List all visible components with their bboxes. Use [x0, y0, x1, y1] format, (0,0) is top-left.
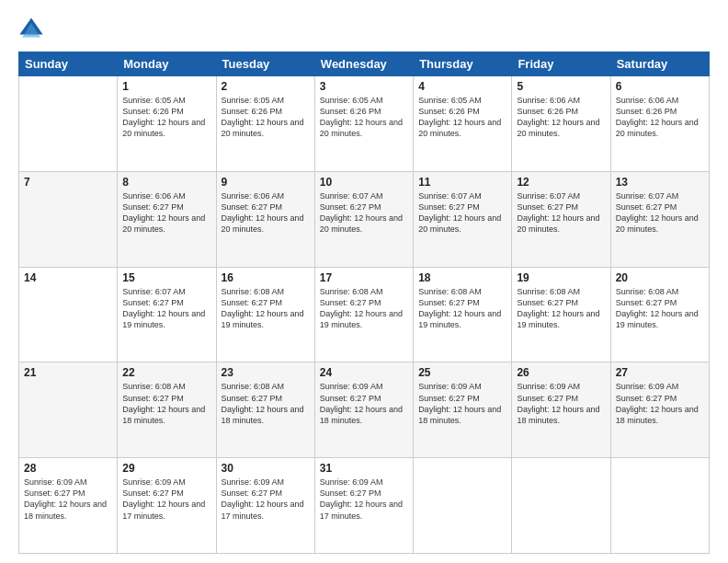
- calendar-cell: 15Sunrise: 6:07 AMSunset: 6:27 PMDayligh…: [118, 267, 216, 362]
- day-number: 20: [616, 271, 704, 284]
- day-info: Sunrise: 6:08 AMSunset: 6:27 PMDaylight:…: [320, 286, 408, 331]
- calendar-cell: 22Sunrise: 6:08 AMSunset: 6:27 PMDayligh…: [118, 362, 216, 458]
- calendar-cell: 25Sunrise: 6:09 AMSunset: 6:27 PMDayligh…: [414, 362, 512, 458]
- calendar-cell: 26Sunrise: 6:09 AMSunset: 6:27 PMDayligh…: [512, 362, 610, 458]
- calendar-cell: 3Sunrise: 6:05 AMSunset: 6:26 PMDaylight…: [314, 76, 413, 172]
- day-number: 4: [418, 80, 506, 93]
- day-number: 25: [418, 366, 506, 379]
- day-number: 29: [122, 462, 210, 475]
- calendar-cell: 12Sunrise: 6:07 AMSunset: 6:27 PMDayligh…: [512, 171, 610, 267]
- day-info: Sunrise: 6:09 AMSunset: 6:27 PMDaylight:…: [222, 477, 310, 522]
- calendar-cell: [414, 458, 512, 554]
- calendar-header-sunday: Sunday: [19, 52, 118, 76]
- calendar-cell: 14: [19, 267, 118, 362]
- logo-icon: [18, 17, 44, 42]
- day-number: 27: [616, 366, 704, 379]
- day-number: 28: [24, 462, 112, 475]
- calendar-cell: 7: [19, 171, 118, 267]
- day-number: 15: [122, 271, 210, 284]
- day-info: Sunrise: 6:08 AMSunset: 6:27 PMDaylight:…: [222, 286, 310, 331]
- calendar-week-1: 1Sunrise: 6:05 AMSunset: 6:26 PMDaylight…: [19, 76, 710, 172]
- day-number: 23: [222, 366, 310, 379]
- day-number: 31: [320, 462, 408, 475]
- calendar-cell: 29Sunrise: 6:09 AMSunset: 6:27 PMDayligh…: [118, 458, 216, 554]
- day-info: Sunrise: 6:09 AMSunset: 6:27 PMDaylight:…: [320, 381, 408, 426]
- day-number: 16: [222, 271, 310, 284]
- calendar-cell: 9Sunrise: 6:06 AMSunset: 6:27 PMDaylight…: [216, 171, 314, 267]
- day-number: 2: [222, 80, 310, 93]
- day-number: 13: [616, 176, 704, 189]
- calendar-week-2: 78Sunrise: 6:06 AMSunset: 6:27 PMDayligh…: [19, 171, 710, 267]
- calendar-cell: 20Sunrise: 6:08 AMSunset: 6:27 PMDayligh…: [610, 267, 709, 362]
- day-info: Sunrise: 6:08 AMSunset: 6:27 PMDaylight:…: [122, 381, 210, 426]
- day-info: Sunrise: 6:06 AMSunset: 6:27 PMDaylight:…: [122, 190, 210, 236]
- day-info: Sunrise: 6:09 AMSunset: 6:27 PMDaylight:…: [616, 381, 704, 426]
- calendar-header-tuesday: Tuesday: [216, 52, 314, 76]
- calendar-cell: [512, 458, 610, 554]
- calendar-week-3: 1415Sunrise: 6:07 AMSunset: 6:27 PMDayli…: [19, 267, 710, 362]
- day-info: Sunrise: 6:06 AMSunset: 6:26 PMDaylight:…: [517, 95, 605, 140]
- calendar-cell: 2Sunrise: 6:05 AMSunset: 6:26 PMDaylight…: [216, 76, 314, 172]
- day-info: Sunrise: 6:07 AMSunset: 6:27 PMDaylight:…: [517, 190, 605, 236]
- calendar-header-monday: Monday: [118, 52, 216, 76]
- calendar-cell: 23Sunrise: 6:08 AMSunset: 6:27 PMDayligh…: [216, 362, 314, 458]
- day-info: Sunrise: 6:09 AMSunset: 6:27 PMDaylight:…: [418, 381, 506, 426]
- calendar-cell: 1Sunrise: 6:05 AMSunset: 6:26 PMDaylight…: [118, 76, 216, 172]
- day-info: Sunrise: 6:08 AMSunset: 6:27 PMDaylight:…: [222, 381, 310, 426]
- calendar-cell: 6Sunrise: 6:06 AMSunset: 6:26 PMDaylight…: [610, 76, 709, 172]
- day-number: 9: [222, 176, 310, 189]
- day-number: 8: [122, 176, 210, 189]
- day-number: 21: [24, 366, 112, 379]
- day-number: 3: [320, 80, 408, 93]
- day-info: Sunrise: 6:05 AMSunset: 6:26 PMDaylight:…: [222, 95, 310, 140]
- day-info: Sunrise: 6:05 AMSunset: 6:26 PMDaylight:…: [418, 95, 506, 140]
- calendar-header-wednesday: Wednesday: [314, 52, 413, 76]
- calendar-cell: 11Sunrise: 6:07 AMSunset: 6:27 PMDayligh…: [414, 171, 512, 267]
- day-number: 5: [517, 80, 605, 93]
- day-number: 12: [517, 176, 605, 189]
- calendar-cell: [610, 458, 709, 554]
- calendar-cell: 16Sunrise: 6:08 AMSunset: 6:27 PMDayligh…: [216, 267, 314, 362]
- calendar-cell: 10Sunrise: 6:07 AMSunset: 6:27 PMDayligh…: [314, 171, 413, 267]
- calendar-cell: 31Sunrise: 6:09 AMSunset: 6:27 PMDayligh…: [314, 458, 413, 554]
- day-number: 24: [320, 366, 408, 379]
- calendar-cell: 4Sunrise: 6:05 AMSunset: 6:26 PMDaylight…: [414, 76, 512, 172]
- day-number: 18: [418, 271, 506, 284]
- day-info: Sunrise: 6:05 AMSunset: 6:26 PMDaylight:…: [320, 95, 408, 140]
- calendar-cell: 27Sunrise: 6:09 AMSunset: 6:27 PMDayligh…: [610, 362, 709, 458]
- day-number: 11: [418, 176, 506, 189]
- calendar-cell: 5Sunrise: 6:06 AMSunset: 6:26 PMDaylight…: [512, 76, 610, 172]
- calendar-header-thursday: Thursday: [414, 52, 512, 76]
- day-info: Sunrise: 6:06 AMSunset: 6:26 PMDaylight:…: [616, 95, 704, 140]
- day-number: 6: [616, 80, 704, 93]
- day-info: Sunrise: 6:08 AMSunset: 6:27 PMDaylight:…: [616, 286, 704, 331]
- calendar-week-4: 2122Sunrise: 6:08 AMSunset: 6:27 PMDayli…: [19, 362, 710, 458]
- calendar-cell: 30Sunrise: 6:09 AMSunset: 6:27 PMDayligh…: [216, 458, 314, 554]
- page: SundayMondayTuesdayWednesdayThursdayFrid…: [0, 0, 728, 563]
- calendar-cell: 28Sunrise: 6:09 AMSunset: 6:27 PMDayligh…: [19, 458, 118, 554]
- calendar-cell: 24Sunrise: 6:09 AMSunset: 6:27 PMDayligh…: [314, 362, 413, 458]
- day-info: Sunrise: 6:09 AMSunset: 6:27 PMDaylight:…: [24, 477, 112, 522]
- calendar-cell: 13Sunrise: 6:07 AMSunset: 6:27 PMDayligh…: [610, 171, 709, 267]
- day-number: 14: [24, 271, 112, 284]
- day-info: Sunrise: 6:07 AMSunset: 6:27 PMDaylight:…: [122, 286, 210, 331]
- day-info: Sunrise: 6:07 AMSunset: 6:27 PMDaylight:…: [616, 190, 704, 236]
- day-info: Sunrise: 6:09 AMSunset: 6:27 PMDaylight:…: [517, 381, 605, 426]
- calendar-header-friday: Friday: [512, 52, 610, 76]
- day-number: 7: [24, 176, 112, 189]
- calendar-cell: 19Sunrise: 6:08 AMSunset: 6:27 PMDayligh…: [512, 267, 610, 362]
- logo: [18, 17, 48, 42]
- day-number: 17: [320, 271, 408, 284]
- calendar-cell: 21: [19, 362, 118, 458]
- day-number: 26: [517, 366, 605, 379]
- calendar-cell: 18Sunrise: 6:08 AMSunset: 6:27 PMDayligh…: [414, 267, 512, 362]
- calendar-cell: 17Sunrise: 6:08 AMSunset: 6:27 PMDayligh…: [314, 267, 413, 362]
- day-info: Sunrise: 6:05 AMSunset: 6:26 PMDaylight:…: [122, 95, 210, 140]
- calendar-header-saturday: Saturday: [610, 52, 709, 76]
- calendar-table: SundayMondayTuesdayWednesdayThursdayFrid…: [18, 52, 710, 554]
- day-info: Sunrise: 6:08 AMSunset: 6:27 PMDaylight:…: [517, 286, 605, 331]
- day-number: 19: [517, 271, 605, 284]
- header: [18, 17, 710, 42]
- day-info: Sunrise: 6:09 AMSunset: 6:27 PMDaylight:…: [122, 477, 210, 522]
- calendar-cell: 8Sunrise: 6:06 AMSunset: 6:27 PMDaylight…: [118, 171, 216, 267]
